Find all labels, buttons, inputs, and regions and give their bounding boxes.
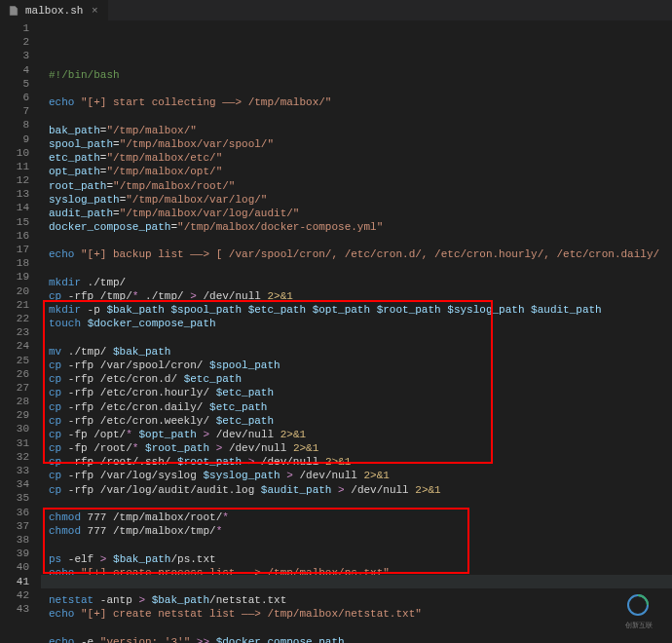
code-line[interactable]: cp -rfp /etc/cron.hourly/ $etc_path <box>41 386 672 399</box>
code-line[interactable]: echo "[+] start collecting ——> /tmp/malb… <box>41 95 672 109</box>
code-line[interactable]: touch $docker_compose_path <box>41 317 672 330</box>
code-line[interactable] <box>41 234 672 247</box>
line-number: 17 <box>0 243 29 256</box>
line-number-gutter: 1234567891011121314151617181920212223242… <box>0 21 41 643</box>
token-plain: -p <box>81 304 106 316</box>
code-line[interactable] <box>41 580 672 593</box>
token-var: docker_compose_path <box>49 221 170 233</box>
line-number: 1 <box>0 21 29 35</box>
editor: 1234567891011121314151617181920212223242… <box>0 21 672 643</box>
line-number: 13 <box>0 187 29 201</box>
code-line[interactable]: bak_path="/tmp/malbox/" <box>41 124 672 137</box>
token-plain: -rfp /etc/cron.weekly/ <box>61 415 215 427</box>
code-line[interactable] <box>41 110 672 124</box>
code-line[interactable]: netstat -antp > $bak_path/netstat.txt <box>41 593 672 607</box>
token-plain: -antp <box>93 594 138 606</box>
token-var: $etc_path <box>209 401 267 413</box>
token-command: cp <box>49 442 61 454</box>
token-redir: > <box>286 470 293 481</box>
code-line[interactable]: root_path="/tmp/malbox/root/" <box>41 179 672 193</box>
token-plain: -e <box>74 636 99 643</box>
token-var: $bak_path <box>113 553 170 565</box>
token-plain: /netstat.txt <box>209 594 286 606</box>
token-var: $bak_path <box>152 594 209 606</box>
code-line[interactable]: echo -e "version: '3'" >> $docker_compos… <box>41 635 672 643</box>
code-line[interactable] <box>41 497 672 511</box>
line-number: 12 <box>0 173 29 187</box>
line-number: 25 <box>0 354 29 367</box>
code-line[interactable]: syslog_path="/tmp/malbox/var/log/" <box>41 193 672 207</box>
token-plain: -elf <box>61 553 100 565</box>
code-line[interactable]: cp -fp /opt/* $opt_path > /dev/null 2>&1 <box>41 428 672 441</box>
line-number: 23 <box>0 325 29 339</box>
token-command: netstat <box>49 594 93 606</box>
token-var: $root_path <box>177 456 242 468</box>
line-number: 21 <box>0 298 29 312</box>
token-plain: -fp /opt/ <box>61 429 126 440</box>
token-num: 2>&1 <box>267 290 292 302</box>
line-number: 28 <box>0 395 29 408</box>
code-line[interactable]: ps -elf > $bak_path/ps.txt <box>41 552 672 566</box>
code-line[interactable]: etc_path="/tmp/malbox/etc/" <box>41 151 672 165</box>
code-line[interactable]: cp -rfp /tmp/* ./tmp/ > /dev/null 2>&1 <box>41 289 672 303</box>
token-var: syslog_path <box>49 194 120 206</box>
token-var: $bak_path <box>113 346 170 358</box>
token-var: $etc_path <box>184 373 242 385</box>
token-string: "[+] create process list ——> /tmp/malbox… <box>81 567 390 579</box>
token-redir: * <box>222 511 229 523</box>
code-line[interactable]: cp -rfp /etc/cron.weekly/ $etc_path <box>41 414 672 428</box>
code-line[interactable]: mkdir ./tmp/ <box>41 276 672 289</box>
token-var: $bak_path $spool_path $etc_path $opt_pat… <box>106 304 601 316</box>
token-command: mkdir <box>49 304 81 316</box>
code-line[interactable]: cp -rfp /var/spool/cron/ $spool_path <box>41 359 672 372</box>
token-plain: /dev/null <box>293 470 364 481</box>
line-number: 39 <box>0 547 29 560</box>
code-line[interactable] <box>41 538 672 551</box>
code-line[interactable]: mv ./tmp/ $bak_path <box>41 345 672 359</box>
code-line[interactable]: opt_path="/tmp/malbox/opt/" <box>41 165 672 178</box>
line-number: 3 <box>0 49 29 62</box>
line-number: 8 <box>0 118 29 132</box>
code-line[interactable] <box>41 82 672 95</box>
code-line[interactable]: chmod 777 /tmp/malbox/tmp/* <box>41 524 672 538</box>
tab-filename: malbox.sh <box>25 5 83 17</box>
code-line[interactable]: cp -fp /root/* $root_path > /dev/null 2>… <box>41 441 672 455</box>
code-line[interactable]: cp -rfp /root/.ssh/ $root_path > /dev/nu… <box>41 455 672 469</box>
token-op: = <box>113 138 120 150</box>
token-command: echo <box>49 608 74 620</box>
token-plain: ./tmp/ <box>81 277 126 288</box>
token-command: ps <box>49 553 61 565</box>
token-plain: -fp /root/ <box>61 442 132 454</box>
code-line[interactable] <box>41 262 672 276</box>
code-line[interactable]: chmod 777 /tmp/malbox/root/* <box>41 511 672 524</box>
line-number: 32 <box>0 450 29 464</box>
code-line[interactable]: #!/bin/bash <box>41 68 672 82</box>
code-line[interactable]: echo "[+] backup list ——> [ /var/spool/c… <box>41 247 672 261</box>
close-icon[interactable]: × <box>89 5 100 17</box>
token-string: "[+] start collecting ——> /tmp/malbox/" <box>81 96 331 108</box>
token-plain: /dev/null <box>345 484 416 496</box>
code-area[interactable]: #!/bin/bashecho "[+] start collecting ——… <box>41 21 672 643</box>
token-num: 2>&1 <box>364 470 390 481</box>
code-line[interactable]: docker_compose_path="/tmp/malbox/docker-… <box>41 220 672 234</box>
token-command: cp <box>49 387 61 398</box>
code-line[interactable]: cp -rfp /etc/cron.daily/ $etc_path <box>41 400 672 414</box>
code-line[interactable]: mkdir -p $bak_path $spool_path $etc_path… <box>41 303 672 317</box>
token-var: $docker_compose_path <box>216 636 345 643</box>
code-line[interactable]: cp -rfp /var/log/syslog $syslog_path > /… <box>41 469 672 482</box>
code-line[interactable]: cp -rfp /etc/cron.d/ $etc_path <box>41 372 672 386</box>
token-plain: -rfp /var/log/syslog <box>61 470 203 481</box>
code-line[interactable] <box>41 622 672 635</box>
line-number: 7 <box>0 104 29 118</box>
code-line[interactable]: echo "[+] create netstat list ——> /tmp/m… <box>41 607 672 621</box>
token-var: bak_path <box>49 125 100 136</box>
code-line[interactable]: echo "[+] create process list ——> /tmp/m… <box>41 566 672 580</box>
code-line[interactable]: cp -rfp /var/log/audit/audit.log $audit_… <box>41 483 672 497</box>
code-line[interactable]: audit_path="/tmp/malbox/var/log/audit/" <box>41 207 672 220</box>
file-tab[interactable]: malbox.sh × <box>0 0 108 21</box>
token-var: root_path <box>49 180 106 192</box>
line-number: 4 <box>0 63 29 77</box>
code-line[interactable]: spool_path="/tmp/malbox/var/spool/" <box>41 137 672 151</box>
token-plain <box>145 594 152 606</box>
code-line[interactable] <box>41 331 672 345</box>
